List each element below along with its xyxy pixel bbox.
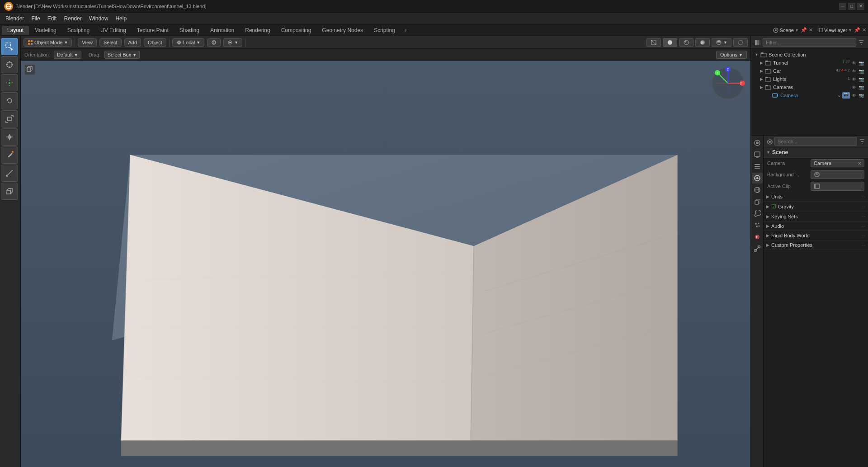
outliner-camera[interactable]: ▶ Camera ⌄ 📷 👁 📷 — [751, 91, 868, 99]
lights-visibility-icon[interactable]: 👁 — [851, 76, 857, 82]
tunnel-render-icon[interactable]: 📷 — [858, 60, 864, 66]
options-button[interactable]: Options ▼ — [716, 51, 747, 59]
menu-help[interactable]: Help — [112, 14, 130, 23]
camera-render-icon[interactable]: 📷 — [858, 92, 864, 99]
outliner-search-input[interactable] — [763, 38, 856, 47]
tab-animation[interactable]: Animation — [205, 26, 240, 35]
viewport-shading-material[interactable] — [679, 38, 693, 47]
add-workspace-button[interactable]: + — [401, 26, 411, 35]
select-box-tool-button[interactable] — [1, 38, 18, 55]
mode-selector[interactable]: Object Mode ▼ — [24, 38, 72, 47]
physics-props-icon[interactable]: F — [752, 231, 763, 242]
viewport-3d[interactable]: X Y Z — [21, 61, 750, 467]
scene-selector[interactable]: Scene — [780, 28, 794, 33]
tab-rendering[interactable]: Rendering — [240, 26, 275, 35]
cursor-tool-button[interactable] — [1, 56, 18, 73]
outliner-cameras[interactable]: ▶ Cameras 👁 📷 — [751, 83, 868, 91]
svg-text:X: X — [740, 82, 742, 85]
pivot-selector[interactable]: Local ▼ — [172, 38, 204, 47]
camera-clear-button[interactable]: ✕ — [858, 161, 861, 166]
tab-scripting[interactable]: Scripting — [368, 26, 401, 35]
viewport-shading-wireframe[interactable] — [646, 38, 661, 47]
modifier-props-icon[interactable] — [752, 208, 763, 219]
xray-toggle-button[interactable] — [733, 38, 748, 47]
annotate-tool-button[interactable] — [1, 146, 18, 164]
outliner-scene-collection[interactable]: ▼ Scene Collection — [751, 51, 868, 59]
tab-texture-paint[interactable]: Texture Paint — [132, 26, 174, 35]
scale-tool-button[interactable] — [1, 110, 18, 127]
move-tool-button[interactable] — [1, 74, 18, 91]
drag-selector[interactable]: Select Box ▼ — [104, 51, 140, 59]
view-menu[interactable]: View — [78, 38, 97, 47]
viewport-shading-solid[interactable] — [663, 38, 677, 47]
orientation-selector[interactable]: Default ▼ — [54, 51, 81, 59]
tab-sculpting[interactable]: Sculpting — [62, 26, 95, 35]
gravity-section[interactable]: ▶ ☑ Gravity ··· — [764, 202, 868, 212]
tab-compositing[interactable]: Compositing — [276, 26, 317, 35]
close-button[interactable]: ✕ — [857, 3, 864, 10]
cameras-render-icon[interactable]: 📷 — [858, 84, 864, 90]
viewport-nav-perspective[interactable] — [24, 64, 35, 75]
particles-props-icon[interactable] — [752, 220, 763, 231]
rotate-tool-button[interactable] — [1, 92, 18, 109]
viewlayer-pin[interactable]: 📌 — [854, 27, 860, 33]
car-visibility-icon[interactable]: 👁 — [851, 68, 857, 74]
active-clip-prop-value[interactable] — [811, 182, 864, 191]
viewlayer-props-icon[interactable] — [752, 161, 763, 172]
menu-edit[interactable]: Edit — [44, 14, 61, 23]
snap-button[interactable] — [207, 38, 221, 47]
outliner-lights[interactable]: ▶ Lights 1 👁 📷 — [751, 75, 868, 83]
render-props-icon[interactable] — [752, 137, 763, 148]
minimize-button[interactable]: ─ — [839, 3, 846, 10]
world-props-icon[interactable] — [752, 184, 763, 195]
audio-section[interactable]: ▶ Audio ··· — [764, 222, 868, 231]
lights-render-icon[interactable]: 📷 — [858, 76, 864, 82]
tab-layout[interactable]: Layout — [2, 26, 29, 35]
viewport-gizmo[interactable]: X Y Z — [710, 65, 746, 103]
maximize-button[interactable]: □ — [848, 3, 855, 10]
cameras-visibility-icon[interactable]: 👁 — [851, 84, 857, 90]
outliner-tunnel[interactable]: ▶ Tunnel 7 27 👁 📷 — [751, 59, 868, 67]
properties-search-input[interactable] — [774, 137, 857, 146]
add-menu[interactable]: Add — [124, 38, 142, 47]
object-props-icon[interactable] — [752, 196, 763, 207]
transform-tool-button[interactable] — [1, 128, 18, 146]
viewlayer-selector[interactable]: ViewLayer — [824, 28, 847, 33]
proportional-editing-button[interactable]: ▼ — [223, 38, 242, 47]
camera-active-badge: 📷 — [842, 92, 850, 99]
tunnel-visibility-icon[interactable]: 👁 — [851, 60, 857, 66]
scene-props-icon[interactable] — [752, 173, 763, 184]
scene-pin[interactable]: ✕ — [809, 27, 813, 33]
outliner-car[interactable]: ▶ Car 42 4 4 2 👁 📷 — [751, 67, 868, 75]
prop-filter-icon[interactable] — [859, 138, 865, 145]
background-prop-value[interactable] — [811, 170, 864, 179]
keying-sets-section[interactable]: ▶ Keying Sets ··· — [764, 212, 868, 222]
select-menu[interactable]: Select — [99, 38, 122, 47]
viewport-overlays-button[interactable]: ▼ — [712, 38, 731, 47]
menu-render[interactable]: Render — [60, 14, 85, 23]
tab-modeling[interactable]: Modeling — [29, 26, 62, 35]
units-section[interactable]: ▶ Units ··· — [764, 192, 868, 202]
scene-section-header[interactable]: ▼ Scene — [764, 147, 868, 158]
measure-tool-button[interactable] — [1, 165, 18, 182]
car-render-icon[interactable]: 📷 — [858, 68, 864, 74]
camera-visibility-icon[interactable]: 👁 — [851, 92, 857, 99]
output-props-icon[interactable] — [752, 149, 763, 160]
custom-properties-section[interactable]: ▶ Custom Properties ··· — [764, 241, 868, 250]
tab-uv-editing[interactable]: UV Editing — [95, 26, 132, 35]
tab-shading[interactable]: Shading — [174, 26, 205, 35]
camera-prop-value[interactable]: Camera ✕ — [811, 159, 864, 167]
menu-window[interactable]: Window — [85, 14, 112, 23]
object-menu[interactable]: Object — [144, 38, 166, 47]
add-cube-tool-button[interactable] — [1, 183, 18, 200]
menu-file[interactable]: File — [28, 14, 43, 23]
constraints-props-icon[interactable] — [752, 243, 763, 254]
rigid-body-world-section[interactable]: ▶ Rigid Body World ··· — [764, 231, 868, 241]
menu-blender[interactable]: Blender — [2, 14, 28, 23]
viewlayer-pin-close[interactable]: ✕ — [862, 27, 866, 33]
tab-geometry-nodes[interactable]: Geometry Nodes — [316, 26, 368, 35]
viewport-shading-rendered[interactable] — [695, 38, 710, 47]
outliner-filter-icon[interactable] — [858, 39, 864, 46]
gravity-checkbox-icon[interactable]: ☑ — [771, 203, 776, 210]
pin-icon[interactable]: 📌 — [801, 27, 807, 33]
